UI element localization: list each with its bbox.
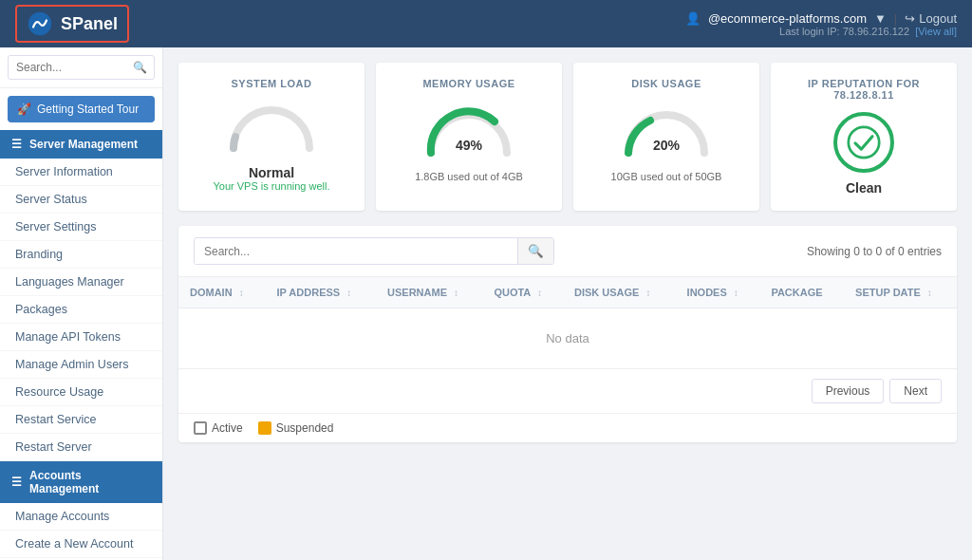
legend-row: Active Suspended (178, 413, 957, 442)
ip-reputation-icon (833, 112, 894, 173)
logout-icon: ↪ (905, 11, 915, 26)
disk-usage-title: DISK USAGE (585, 78, 748, 89)
sidebar-item-resource-usage[interactable]: Resource Usage (0, 379, 162, 406)
logo-text: SPanel (61, 14, 118, 34)
next-button[interactable]: Next (889, 379, 942, 403)
getting-started-button[interactable]: 🚀 Getting Started Tour (8, 96, 155, 122)
sort-username-icon: ↕ (454, 288, 458, 298)
accounts-management-icon: ☰ (11, 476, 22, 489)
system-load-sub: Your VPS is running well. (190, 180, 353, 192)
sort-inodes-icon: ↕ (734, 288, 738, 298)
col-inodes[interactable]: INODES ↕ (676, 277, 760, 308)
table-row: No data (178, 308, 957, 369)
sidebar-item-admin-users[interactable]: Manage Admin Users (0, 351, 162, 379)
header-right: 👤 @ecommerce-platforms.com ▼ | ↪ Logout … (685, 11, 957, 37)
col-quota[interactable]: QUOTA ↕ (482, 277, 563, 308)
sort-quota-icon: ↕ (537, 288, 542, 298)
no-data-cell: No data (178, 308, 957, 369)
legend-active-box (194, 421, 207, 435)
table-search-area: 🔍 (194, 237, 554, 265)
table-toolbar: 🔍 Showing 0 to 0 of 0 entries (178, 226, 957, 277)
logout-button[interactable]: ↪ Logout (905, 11, 957, 26)
table-footer: Previous Next (178, 368, 957, 413)
table-body: No data (178, 308, 957, 369)
sort-disk-icon: ↕ (646, 288, 651, 298)
server-management-section[interactable]: ☰ Server Management (0, 130, 162, 159)
sidebar-item-api-tokens[interactable]: Manage API Tokens (0, 324, 162, 351)
sort-domain-icon: ↕ (239, 288, 244, 298)
system-load-status: Normal (190, 165, 353, 180)
previous-button[interactable]: Previous (812, 379, 885, 403)
header-user: 👤 @ecommerce-platforms.com ▼ | ↪ Logout (685, 11, 957, 26)
sidebar-item-branding[interactable]: Branding (0, 241, 162, 269)
ip-reputation-status: Clean (782, 180, 945, 196)
sidebar-search-area: 🔍 (0, 47, 162, 88)
view-all-link[interactable]: [View all] (915, 26, 957, 37)
table-header: DOMAIN ↕ IP ADDRESS ↕ USERNAME ↕ QUOTA (178, 277, 957, 308)
sidebar-search-wrap: 🔍 (8, 55, 155, 80)
sidebar: 🔍 🚀 Getting Started Tour ☰ Server Manage… (0, 47, 163, 560)
sidebar-item-manage-accounts[interactable]: Manage Accounts (0, 503, 162, 531)
table-section: 🔍 Showing 0 to 0 of 0 entries DOMAIN ↕ I… (178, 226, 957, 442)
col-setup-date[interactable]: SETUP DATE ↕ (844, 277, 957, 308)
accounts-table: DOMAIN ↕ IP ADDRESS ↕ USERNAME ↕ QUOTA (178, 277, 957, 368)
svg-point-3 (849, 127, 879, 158)
main-content: SYSTEM LOAD Normal Your VPS is running w… (163, 47, 972, 560)
legend-suspended: Suspended (258, 421, 334, 435)
accounts-management-section[interactable]: ☰ Accounts Management (0, 461, 162, 503)
memory-usage-title: MEMORY USAGE (387, 78, 551, 89)
table-search-button[interactable]: 🔍 (517, 238, 553, 264)
col-ip[interactable]: IP ADDRESS ↕ (266, 277, 377, 308)
disk-usage-card: DISK USAGE 20% 10GB used out of 50GB (573, 63, 759, 211)
memory-usage-card: MEMORY USAGE 49% 1.8GB used out of 4GB (376, 63, 562, 211)
server-management-icon: ☰ (11, 138, 22, 151)
sort-ip-icon: ↕ (346, 288, 351, 298)
search-icon: 🔍 (133, 61, 147, 74)
user-email: @ecommerce-platforms.com (708, 11, 867, 26)
logout-separator: | (894, 11, 897, 26)
col-domain[interactable]: DOMAIN ↕ (178, 277, 266, 308)
col-package[interactable]: PACKAGE (759, 277, 844, 308)
logo-area: SPanel (15, 5, 129, 43)
sidebar-item-server-status[interactable]: Server Status (0, 186, 162, 214)
user-avatar-icon: 👤 (685, 11, 701, 26)
dropdown-icon[interactable]: ▼ (874, 11, 887, 26)
system-load-gauge (224, 101, 319, 158)
col-username[interactable]: USERNAME ↕ (376, 277, 482, 308)
sort-setup-icon: ↕ (927, 288, 932, 298)
memory-usage-detail: 1.8GB used out of 4GB (387, 171, 551, 182)
col-disk[interactable]: DISK USAGE ↕ (563, 277, 676, 308)
disk-usage-gauge: 20% (619, 101, 714, 167)
svg-text:49%: 49% (456, 138, 483, 153)
legend-suspended-box (258, 421, 271, 435)
sidebar-item-restart-service[interactable]: Restart Service (0, 406, 162, 434)
header: SPanel 👤 @ecommerce-platforms.com ▼ | ↪ … (0, 0, 972, 47)
ip-reputation-title: IP REPUTATION FOR 78.128.8.11 (782, 78, 945, 101)
sidebar-item-restart-server[interactable]: Restart Server (0, 434, 162, 461)
ip-reputation-card: IP REPUTATION FOR 78.128.8.11 Clean (771, 63, 957, 211)
sidebar-item-create-account[interactable]: Create a New Account (0, 531, 162, 558)
rocket-icon: 🚀 (17, 103, 31, 116)
sidebar-item-languages-manager[interactable]: Languages Manager (0, 269, 162, 296)
stats-row: SYSTEM LOAD Normal Your VPS is running w… (178, 63, 957, 211)
logo-icon (27, 10, 53, 37)
sidebar-item-server-information[interactable]: Server Information (0, 159, 162, 186)
system-load-card: SYSTEM LOAD Normal Your VPS is running w… (178, 63, 364, 211)
last-login: Last login IP: 78.96.216.122 [View all] (779, 26, 957, 37)
legend-active: Active (194, 421, 243, 435)
disk-usage-detail: 10GB used out of 50GB (585, 171, 748, 182)
sidebar-item-server-settings[interactable]: Server Settings (0, 214, 162, 241)
entries-info: Showing 0 to 0 of 0 entries (807, 245, 942, 258)
table-search-input[interactable] (195, 239, 517, 264)
layout: 🔍 🚀 Getting Started Tour ☰ Server Manage… (0, 47, 972, 560)
system-load-title: SYSTEM LOAD (190, 78, 353, 89)
sidebar-item-packages[interactable]: Packages (0, 296, 162, 324)
memory-usage-gauge: 49% (421, 101, 516, 167)
svg-text:20%: 20% (653, 138, 681, 153)
